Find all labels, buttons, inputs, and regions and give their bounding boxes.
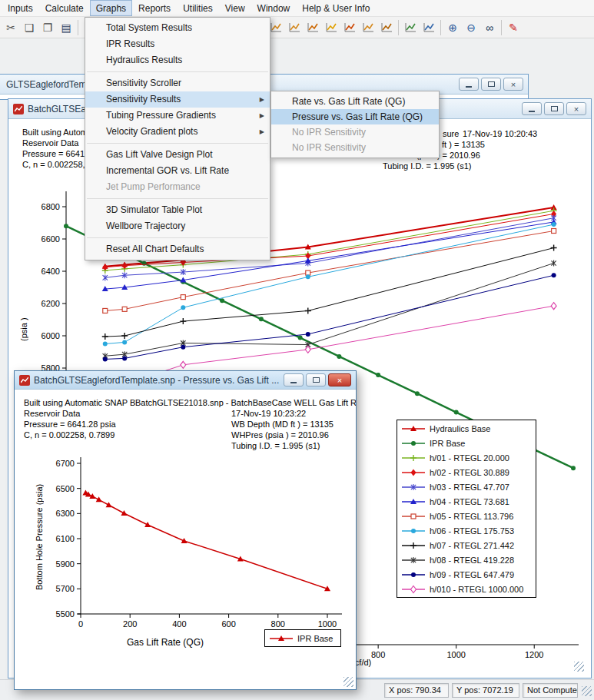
legend-item-h-02-rtegl-30-889: h/02 - RTEGL 30.889 <box>397 465 536 479</box>
menu-item-sensitivity-scroller[interactable]: Sensitivity Scroller <box>85 75 270 91</box>
print-icon[interactable]: ▤ <box>57 18 75 37</box>
legend-label: h/05 - RTEGL 113.796 <box>430 512 513 521</box>
zoom-out-icon[interactable]: ⊖ <box>462 18 480 37</box>
minimize-button[interactable] <box>284 373 304 386</box>
svg-text:6800: 6800 <box>41 202 60 211</box>
chart-design-icon[interactable] <box>401 18 420 37</box>
legend-item-h-06-rtegl-175-753: h/06 - RTEGL 175.753 <box>397 523 536 538</box>
legend-item-h-01-rtegl-20-000: h/01 - RTEGL 20.000 <box>397 450 536 465</box>
legend-item-h-04-rtegl-73-681: h/04 - RTEGL 73.681 <box>397 494 536 509</box>
legend-item-h-05-rtegl-113-796: h/05 - RTEGL 113.796 <box>397 509 536 523</box>
chart-gradient-icon[interactable] <box>340 18 359 37</box>
menu-item-velocity-gradient-plots[interactable]: Velocity Gradient plots▶ <box>85 124 270 140</box>
popup-resize-grip[interactable] <box>343 677 353 687</box>
popup-header-right: 17-Nov-19 10:23:22WB Depth (MD ft ) = 13… <box>231 408 334 451</box>
pressure-vs-qg-chart[interactable]: 5500570059006100630065006700020040060080… <box>42 451 353 639</box>
menu-item-3d-simulator-table-plot[interactable]: 3D Simulator Table Plot <box>85 202 270 218</box>
menu-separator <box>87 143 268 144</box>
binoculars-icon[interactable]: ∞ <box>480 18 499 37</box>
header-line: C, n = 0.002258, 0.7899 <box>24 430 135 440</box>
popup-header-left: Built using Automatic SNAP BReservoir Da… <box>24 397 135 440</box>
menu-bar: InputsCalculateGraphsReportsUtilitiesVie… <box>0 0 594 17</box>
menu-item-label: Hydraulics Results <box>106 55 182 65</box>
window-title: BatchGLTSEaglefordTemplate.snp - Pressur… <box>34 375 281 386</box>
header-line: Tubing I.D. = 1.995 (s1) <box>231 440 334 451</box>
menu-item-label: Incremental GOR vs. Lift Rate <box>106 165 229 176</box>
menu-item-label: Wellbore Trajectory <box>106 221 185 231</box>
menu-item-wellbore-trajectory[interactable]: Wellbore Trajectory <box>85 218 270 234</box>
close-button[interactable]: × <box>328 373 351 386</box>
menu-item-pressure-vs-gas-lift-rate-qg[interactable]: Pressure vs. Gas Lift Rate (QG) <box>271 109 439 124</box>
minimize-icon <box>466 86 472 88</box>
maximize-icon <box>488 81 495 87</box>
maximize-button[interactable] <box>306 373 326 386</box>
close-button[interactable]: × <box>503 78 523 91</box>
minimize-icon <box>290 382 297 383</box>
legend-label: Hydraulics Base <box>430 424 490 433</box>
paste-icon[interactable]: ❐ <box>38 18 57 37</box>
legend-label: h/03 - RTEGL 47.707 <box>430 483 509 492</box>
statusbar-resize-grip[interactable] <box>582 686 592 696</box>
menu-item-rate-vs-gas-lift-rate-qg[interactable]: Rate vs. Gas Lift Rate (QG) <box>271 94 439 109</box>
pressure-vs-qg-window[interactable]: BatchGLTSEaglefordTemplate.snp - Pressur… <box>14 370 357 690</box>
popup-titlebar[interactable]: BatchGLTSEaglefordTemplate.snp - Pressur… <box>15 371 356 390</box>
menu-separator <box>87 237 268 238</box>
sensitivity-results-submenu: Rate vs. Gas Lift Rate (QG)Pressure vs. … <box>270 91 440 158</box>
maximize-button[interactable] <box>481 78 501 91</box>
menu-item-tubing-pressure-gradients[interactable]: Tubing Pressure Gradients▶ <box>85 108 270 124</box>
chart-edit-icon[interactable]: ✎ <box>504 18 523 37</box>
menu-item-label: Sensitivity Results <box>106 94 181 105</box>
menubar-item-window[interactable]: Window <box>251 0 297 16</box>
zoom-in-icon[interactable]: ⊕ <box>443 18 462 37</box>
chart-gor-icon[interactable] <box>377 18 396 37</box>
app-icon <box>19 375 30 386</box>
chart-legend[interactable]: Hydraulics BaseIPR Baseh/01 - RTEGL 20.0… <box>397 420 536 598</box>
header-line: Built using Automatic SNAP B <box>24 397 135 408</box>
legend-marker-plus <box>401 453 426 463</box>
minimize-icon <box>529 111 535 112</box>
menu-item-hydraulics-results[interactable]: Hydraulics Results <box>85 52 270 68</box>
maximize-button[interactable] <box>544 102 564 115</box>
menu-item-sensitivity-results[interactable]: Sensitivity Results▶ <box>85 91 270 108</box>
menubar-item-inputs[interactable]: Inputs <box>2 0 39 16</box>
menubar-item-utilities[interactable]: Utilities <box>177 0 219 16</box>
minimize-button[interactable] <box>522 102 542 115</box>
menu-item-reset-all-chart-defaults[interactable]: Reset All Chart Defaults <box>85 241 270 257</box>
legend-label: h/08 - RTEGL 419.228 <box>430 556 514 565</box>
menu-item-gas-lift-valve-design-plot[interactable]: Gas Lift Valve Design Plot <box>85 147 270 163</box>
svg-text:5900: 5900 <box>56 559 75 569</box>
menu-item-label: No IPR Sensitivity <box>292 142 366 153</box>
maximize-icon <box>313 377 320 383</box>
svg-text:6200: 6200 <box>41 299 60 308</box>
popup-chart-legend[interactable]: IPR Base <box>264 629 341 647</box>
maximize-icon <box>551 106 558 111</box>
chart-velocity-icon[interactable] <box>359 18 377 37</box>
header-line: WHPres (psia ) = 2010.96 <box>231 430 334 440</box>
menubar-item-graphs[interactable]: Graphs <box>90 0 132 16</box>
legend-item-h-07-rtegl-271-442: h/07 - RTEGL 271.442 <box>397 538 536 552</box>
svg-text:6500: 6500 <box>56 484 75 493</box>
minimize-button[interactable] <box>459 78 479 91</box>
legend-label: h/010 - RTEGL 1000.000 <box>430 585 523 594</box>
legend-item-hydraulics-base: Hydraulics Base <box>397 421 536 436</box>
menu-item-incremental-gor-vs-lift-rate[interactable]: Incremental GOR vs. Lift Rate <box>85 163 270 179</box>
legend-marker-sq-open <box>401 512 426 521</box>
menu-item-label: Sensitivity Scroller <box>106 78 181 88</box>
menubar-item-view[interactable]: View <box>219 0 251 16</box>
chart-hydraulics-icon[interactable] <box>304 18 322 37</box>
menubar-item-reports[interactable]: Reports <box>132 0 177 16</box>
window-resize-grip[interactable] <box>574 662 584 672</box>
legend-item-h-09-rtegl-647-479: h/09 - RTEGL 647.479 <box>397 567 536 582</box>
close-button[interactable]: × <box>566 102 586 115</box>
menu-item-ipr-results[interactable]: IPR Results <box>85 36 270 52</box>
menu-item-total-system-results[interactable]: Total System Results <box>85 20 270 36</box>
menubar-item-help-user-info[interactable]: Help & User Info <box>296 0 376 16</box>
chart-sensitivity-icon[interactable] <box>322 18 340 37</box>
menubar-item-calculate[interactable]: Calculate <box>39 0 90 16</box>
cut-icon[interactable]: ✂ <box>2 18 20 37</box>
chart-ipr-icon[interactable] <box>285 18 304 37</box>
copy-icon[interactable]: ❏ <box>20 18 38 37</box>
chart-3d-icon[interactable] <box>420 18 438 37</box>
toolbar-separator <box>440 20 441 35</box>
toolbar-separator <box>501 20 502 35</box>
